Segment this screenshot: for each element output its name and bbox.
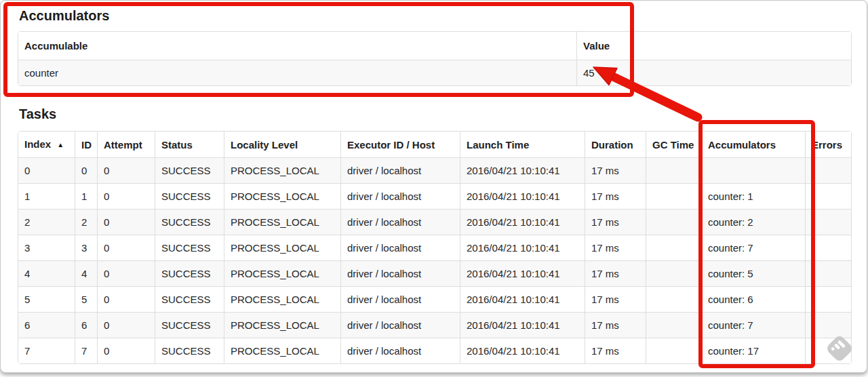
gc-time-cell bbox=[646, 338, 701, 363]
status-cell: SUCCESS bbox=[155, 235, 224, 260]
duration-cell: 17 ms bbox=[585, 312, 646, 338]
duration-cell: 17 ms bbox=[585, 157, 646, 183]
gc-time-column-header[interactable]: GC Time bbox=[646, 132, 701, 157]
attempt-cell: 0 bbox=[97, 235, 155, 260]
duration-column-header[interactable]: Duration bbox=[585, 132, 646, 157]
task-row: 6 6 0 SUCCESS PROCESS_LOCAL driver / loc… bbox=[18, 312, 851, 338]
id-cell: 0 bbox=[75, 157, 97, 183]
launch-time-cell: 2016/04/21 10:10:41 bbox=[460, 157, 585, 183]
locality-level-cell: PROCESS_LOCAL bbox=[224, 286, 340, 312]
errors-cell bbox=[805, 312, 851, 338]
launch-time-cell: 2016/04/21 10:10:41 bbox=[460, 260, 585, 286]
attempt-cell: 0 bbox=[97, 260, 155, 286]
errors-cell bbox=[805, 157, 851, 183]
status-cell: SUCCESS bbox=[155, 183, 224, 209]
spark-ui-page: Accumulators Accumulable Value counter 4… bbox=[0, 0, 867, 373]
executor-id-host-column-header[interactable]: Executor ID / Host bbox=[340, 132, 460, 157]
stage-detail-content: Accumulators Accumulable Value counter 4… bbox=[18, 7, 850, 364]
tasks-header-row: Index▲ ID Attempt Status Locality Level … bbox=[18, 132, 851, 157]
accumulators-cell: counter: 2 bbox=[701, 209, 805, 235]
attempt-cell: 0 bbox=[97, 338, 155, 363]
index-cell: 4 bbox=[18, 260, 75, 286]
status-cell: SUCCESS bbox=[155, 209, 224, 235]
gc-time-cell bbox=[646, 235, 701, 260]
tasks-section-title: Tasks bbox=[19, 106, 850, 122]
index-column-header[interactable]: Index▲ bbox=[18, 132, 75, 157]
executor-id-host-cell: driver / localhost bbox=[340, 209, 460, 235]
task-row: 7 7 0 SUCCESS PROCESS_LOCAL driver / loc… bbox=[18, 338, 851, 363]
id-cell: 1 bbox=[75, 183, 97, 209]
locality-level-column-header[interactable]: Locality Level bbox=[224, 132, 340, 157]
id-cell: 3 bbox=[75, 235, 97, 260]
errors-cell bbox=[805, 260, 851, 286]
accumulators-cell: counter: 7 bbox=[701, 235, 805, 260]
id-column-header[interactable]: ID bbox=[75, 132, 97, 157]
duration-cell: 17 ms bbox=[585, 183, 646, 209]
accumulator-row: counter 45 bbox=[18, 60, 851, 85]
launch-time-cell: 2016/04/21 10:10:41 bbox=[460, 235, 585, 260]
launch-time-cell: 2016/04/21 10:10:41 bbox=[460, 286, 585, 312]
accumulators-cell: counter: 17 bbox=[701, 338, 805, 363]
executor-id-host-cell: driver / localhost bbox=[340, 286, 460, 312]
gc-time-cell bbox=[646, 260, 701, 286]
duration-cell: 17 ms bbox=[585, 338, 646, 363]
status-column-header[interactable]: Status bbox=[155, 132, 224, 157]
executor-id-host-cell: driver / localhost bbox=[340, 235, 460, 260]
accumulators-cell: counter: 1 bbox=[701, 183, 805, 209]
gc-time-cell bbox=[646, 209, 701, 235]
gc-time-cell bbox=[646, 286, 701, 312]
task-row: 4 4 0 SUCCESS PROCESS_LOCAL driver / loc… bbox=[18, 260, 851, 286]
launch-time-cell: 2016/04/21 10:10:41 bbox=[460, 312, 585, 338]
status-cell: SUCCESS bbox=[155, 286, 224, 312]
task-row: 2 2 0 SUCCESS PROCESS_LOCAL driver / loc… bbox=[18, 209, 851, 235]
attempt-column-header[interactable]: Attempt bbox=[97, 132, 155, 157]
gc-time-cell bbox=[646, 312, 701, 338]
duration-cell: 17 ms bbox=[585, 286, 646, 312]
duration-cell: 17 ms bbox=[585, 235, 646, 260]
accumulators-section-title: Accumulators bbox=[19, 7, 850, 24]
accumulators-cell: counter: 5 bbox=[701, 260, 805, 286]
accumulators-table: Accumulable Value counter 45 bbox=[18, 31, 852, 86]
tasks-table: Index▲ ID Attempt Status Locality Level … bbox=[18, 131, 852, 364]
status-cell: SUCCESS bbox=[155, 338, 224, 363]
executor-id-host-cell: driver / localhost bbox=[340, 338, 460, 363]
id-cell: 2 bbox=[75, 209, 97, 235]
status-cell: SUCCESS bbox=[155, 157, 224, 183]
launch-time-column-header[interactable]: Launch Time bbox=[460, 132, 585, 157]
locality-level-cell: PROCESS_LOCAL bbox=[224, 235, 340, 260]
accumulators-column-header[interactable]: Accumulators bbox=[701, 132, 805, 157]
accumulators-cell: counter: 6 bbox=[701, 286, 805, 312]
attempt-cell: 0 bbox=[97, 312, 155, 338]
errors-cell bbox=[805, 235, 851, 260]
index-cell: 5 bbox=[18, 286, 75, 312]
launch-time-cell: 2016/04/21 10:10:41 bbox=[460, 338, 585, 363]
duration-cell: 17 ms bbox=[585, 209, 646, 235]
errors-cell bbox=[805, 183, 851, 209]
locality-level-cell: PROCESS_LOCAL bbox=[224, 260, 340, 286]
value-column-header: Value bbox=[576, 32, 851, 60]
id-cell: 7 bbox=[75, 338, 97, 363]
id-cell: 5 bbox=[75, 286, 97, 312]
id-cell: 6 bbox=[75, 312, 97, 338]
index-cell: 6 bbox=[18, 312, 75, 338]
sort-ascending-icon: ▲ bbox=[57, 141, 64, 148]
gc-time-cell bbox=[646, 183, 701, 209]
locality-level-cell: PROCESS_LOCAL bbox=[224, 209, 340, 235]
errors-column-header[interactable]: Errors bbox=[805, 132, 851, 157]
executor-id-host-cell: driver / localhost bbox=[340, 312, 460, 338]
attempt-cell: 0 bbox=[97, 286, 155, 312]
accumulable-value-cell: 45 bbox=[576, 60, 851, 85]
launch-time-cell: 2016/04/21 10:10:41 bbox=[460, 183, 585, 209]
task-row: 1 1 0 SUCCESS PROCESS_LOCAL driver / loc… bbox=[18, 183, 851, 209]
executor-id-host-cell: driver / localhost bbox=[340, 260, 460, 286]
errors-cell bbox=[805, 209, 851, 235]
task-row: 5 5 0 SUCCESS PROCESS_LOCAL driver / loc… bbox=[18, 286, 851, 312]
errors-cell bbox=[805, 286, 851, 312]
index-cell: 3 bbox=[18, 235, 75, 260]
index-cell: 1 bbox=[18, 183, 75, 209]
index-column-label: Index bbox=[24, 138, 51, 150]
index-cell: 7 bbox=[18, 338, 75, 363]
locality-level-cell: PROCESS_LOCAL bbox=[224, 183, 340, 209]
attempt-cell: 0 bbox=[97, 209, 155, 235]
gc-time-cell bbox=[646, 157, 701, 183]
